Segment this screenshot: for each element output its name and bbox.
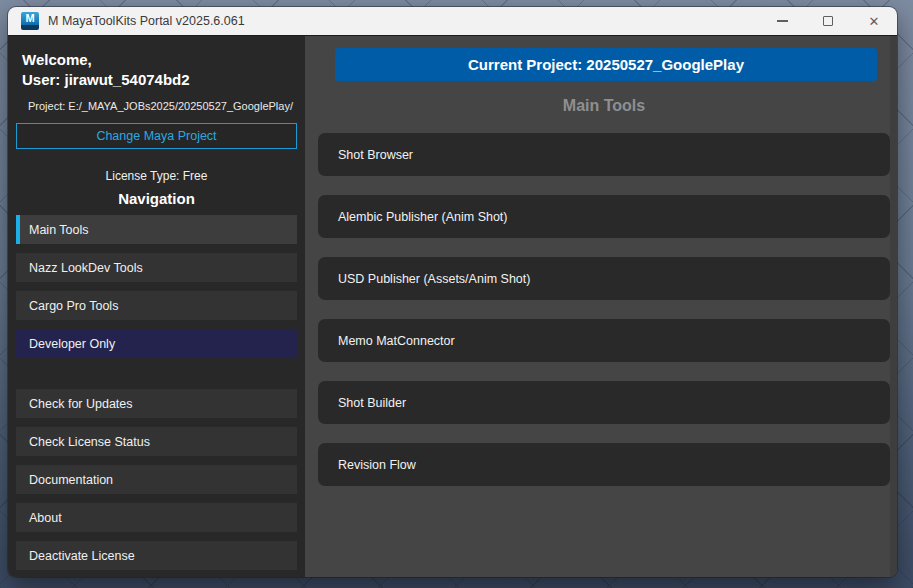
tool-button-usd-publisher[interactable]: USD Publisher (Assets/Anim Shot) [318,257,890,300]
tool-button-shot-builder[interactable]: Shot Builder [318,381,890,424]
maya-app-icon: M [21,12,39,30]
project-path: Project: E:/_MAYA_JOBs2025/20250527_Goog… [28,100,297,113]
sidebar-item-developer-only[interactable]: Developer Only [16,329,297,358]
scrollbar-track[interactable] [890,36,897,577]
check-license-status-button[interactable]: Check License Status [16,427,297,456]
maya-icon-letter: M [21,12,39,25]
sidebar-nav: Main Tools Nazz LookDev Tools Cargo Pro … [16,215,297,570]
welcome-line: Welcome, [22,50,297,70]
license-type-label: License Type: Free [16,169,297,183]
desktop-background: M M MayaToolKits Portal v2025.6.061 ✕ We [0,0,913,588]
check-for-updates-button[interactable]: Check for Updates [16,389,297,418]
sidebar-item-main-tools[interactable]: Main Tools [16,215,297,244]
window-content: Welcome, User: jirawut_54074bd2 Project:… [8,36,897,577]
current-project-banner: Current Project: 20250527_GooglePlay [335,48,877,81]
sidebar-item-nazz-lookdev-tools[interactable]: Nazz LookDev Tools [16,253,297,282]
tool-button-revision-flow[interactable]: Revision Flow [318,443,890,486]
tool-button-shot-browser[interactable]: Shot Browser [318,133,890,176]
maya-icon-strip [21,25,39,30]
maximize-button[interactable] [805,7,851,35]
welcome-block: Welcome, User: jirawut_54074bd2 [22,50,297,90]
user-line: User: jirawut_54074bd2 [22,70,297,90]
deactivate-license-button[interactable]: Deactivate License [16,541,297,570]
change-maya-project-button[interactable]: Change Maya Project [16,123,297,149]
minimize-button[interactable] [759,7,805,35]
close-icon: ✕ [869,15,880,28]
tool-button-memo-matconnector[interactable]: Memo MatConnector [318,319,890,362]
section-title: Main Tools [318,95,890,117]
sidebar-item-cargo-pro-tools[interactable]: Cargo Pro Tools [16,291,297,320]
close-button[interactable]: ✕ [851,7,897,35]
tool-button-alembic-publisher[interactable]: Alembic Publisher (Anim Shot) [318,195,890,238]
sidebar: Welcome, User: jirawut_54074bd2 Project:… [8,36,305,577]
app-window: M M MayaToolKits Portal v2025.6.061 ✕ We [8,7,897,577]
navigation-heading: Navigation [16,189,297,208]
window-controls: ✕ [759,7,897,35]
minimize-icon [777,20,788,22]
about-button[interactable]: About [16,503,297,532]
documentation-button[interactable]: Documentation [16,465,297,494]
titlebar[interactable]: M M MayaToolKits Portal v2025.6.061 ✕ [8,7,897,36]
main-panel: Current Project: 20250527_GooglePlay Mai… [305,36,897,577]
window-title: M MayaToolKits Portal v2025.6.061 [48,14,245,28]
maximize-icon [823,16,833,26]
